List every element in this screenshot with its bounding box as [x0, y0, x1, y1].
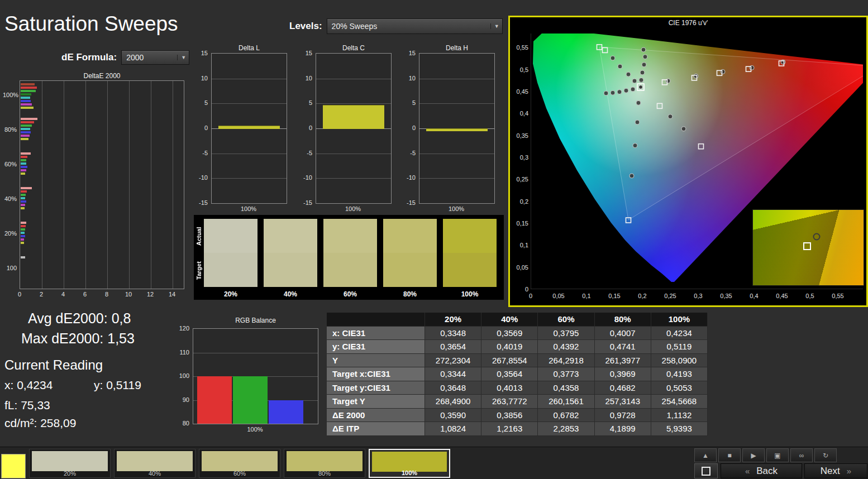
target-row-label: Target [195, 254, 203, 288]
cie-chart[interactable]: CIE 1976 u'v' [508, 16, 868, 307]
next-button-label: Next [821, 466, 840, 477]
stop-large-button[interactable] [694, 463, 718, 478]
de-bar [21, 200, 26, 203]
table-cell: 272,2304 [425, 354, 481, 368]
table-cell: 0,3856 [481, 409, 538, 423]
next-button[interactable]: Next » [804, 463, 867, 478]
swatch-label: 100% [443, 290, 497, 298]
loop-button[interactable]: ∞ [790, 448, 813, 462]
y-axis-tick-label: 10 [402, 75, 416, 82]
eject-button[interactable]: ▲ [694, 448, 717, 462]
measurement-point [668, 114, 673, 119]
grid-line [42, 81, 42, 289]
table-cell: 0,4007 [595, 327, 651, 341]
de-bar [21, 204, 25, 206]
table-cell: 0,4358 [538, 381, 594, 395]
table-cell: 0,4013 [481, 381, 538, 395]
y-axis-tick-label: 5 [402, 99, 416, 106]
measurement-point [624, 88, 628, 93]
swatch-label: 60% [199, 470, 280, 477]
green-bar [233, 376, 268, 424]
levels-select[interactable]: 20% Sweeps ▼ [327, 18, 503, 34]
play-button[interactable]: ▶ [742, 448, 765, 462]
y-axis-group-label: 40% [3, 195, 17, 202]
delta-h-chart[interactable]: Delta H 151050-5-10-15100% [402, 44, 500, 213]
sweep-swatch-button[interactable]: 60% [199, 449, 280, 478]
table-row: Y272,2304267,8554264,2918261,3977258,090… [327, 354, 708, 368]
chart-title: CIE 1976 u'v' [510, 19, 866, 27]
grid-line [107, 81, 108, 289]
de-formula-select[interactable]: 2000 ▼ [121, 50, 189, 65]
table-header-row: 20%40%60%80%100% [327, 313, 708, 327]
x-axis-tick-label: 100% [193, 426, 317, 433]
y-axis-tick-label: 0 [402, 124, 416, 131]
bottom-bar: « Back Next » 20%40%60%80%100%▲■▶▣∞↻ [0, 447, 868, 479]
x-axis-tick-label: 2 [36, 291, 47, 298]
de-bar [21, 232, 25, 234]
back-button[interactable]: « Back [721, 463, 802, 478]
rgb-balance-chart[interactable]: RGB Balance 1201101009080100% [176, 316, 321, 435]
play-icon: ▶ [751, 452, 756, 459]
current-y-value: y: 0,5119 [94, 379, 141, 392]
y-axis-tick-label: 120 [176, 325, 189, 332]
sweep-swatch-button[interactable]: 80% [284, 449, 365, 478]
refresh-button[interactable]: ↻ [814, 448, 837, 462]
delta-c-chart[interactable]: Delta C 151050-5-10-15100% [299, 44, 397, 213]
swatch-label: 20% [204, 290, 257, 298]
record-button[interactable]: ▣ [766, 448, 789, 462]
y-axis-tick-label: 0,2 [510, 198, 528, 205]
delta-l-plot [211, 53, 287, 204]
table-cell: 1,2163 [481, 422, 538, 436]
sweep-swatch-button[interactable]: 20% [29, 449, 111, 478]
y-axis-tick-label: 0,4 [510, 110, 528, 117]
grid-line [64, 81, 64, 289]
y-axis-tick-label: -10 [194, 174, 208, 181]
y-axis-tick-label: 5 [194, 99, 208, 106]
y-axis-tick-label: 15 [194, 50, 208, 56]
x-axis-tick-label: 100% [211, 205, 286, 212]
stop-icon [702, 467, 710, 476]
stop-button[interactable]: ■ [718, 448, 741, 462]
table-row-label: Target y:CIE31 [327, 381, 425, 395]
delta-l-chart[interactable]: Delta L 151050-5-10-15100% [194, 44, 293, 213]
chart-title: RGB Balance [193, 317, 318, 324]
table-row-label: y: CIE31 [327, 340, 425, 354]
deltae2000-chart[interactable]: DeltaE 2000 02468101214100%80%60%40%20%1… [3, 71, 190, 303]
table-header-cell: 80% [595, 313, 651, 327]
table-row-label: x: CIE31 [327, 327, 425, 341]
table-cell: 0,4019 [481, 340, 538, 354]
grid-line [212, 178, 287, 179]
y-axis-tick-label: 100 [176, 372, 189, 379]
swatch-chip [117, 451, 193, 471]
measurement-point [694, 74, 698, 78]
sweep-swatch-button[interactable]: 40% [114, 449, 195, 478]
table-cell: 4,1899 [595, 422, 651, 436]
current-cdm2-value: cd/m²: 258,09 [4, 416, 76, 430]
de-bar [21, 173, 25, 175]
grid-line [316, 154, 391, 154]
y-axis-group-label: 60% [3, 161, 17, 167]
de-bar [21, 90, 36, 92]
swatch-comparison-strip: Actual Target 20%40%60%80%100% [194, 215, 504, 300]
delta-h-plot [419, 53, 495, 204]
table-cell: 0,3654 [425, 340, 481, 354]
swatch-label: 60% [323, 290, 377, 298]
table-cell: 0,3773 [538, 367, 594, 381]
grid-line [129, 81, 130, 289]
de-bar [21, 118, 37, 120]
x-axis-tick-label: 12 [145, 291, 156, 298]
y-axis-tick-label: -15 [194, 199, 208, 206]
x-axis-tick-label: 0,25 [661, 293, 679, 299]
de-bar [21, 87, 37, 89]
x-axis-tick-label: 0,4 [745, 293, 763, 299]
sweep-swatch-button[interactable]: 100% [369, 449, 450, 478]
grid-line [419, 154, 494, 154]
measurement-point [681, 127, 686, 131]
measurement-point [636, 100, 641, 105]
table-cell: 0,3564 [481, 367, 538, 381]
swatch-chip [32, 451, 108, 471]
de-bar [21, 152, 31, 155]
de-bar [21, 93, 31, 95]
table-header-cell [327, 313, 425, 327]
table-row: Target Y268,4900263,7772260,1561257,3143… [327, 395, 708, 409]
